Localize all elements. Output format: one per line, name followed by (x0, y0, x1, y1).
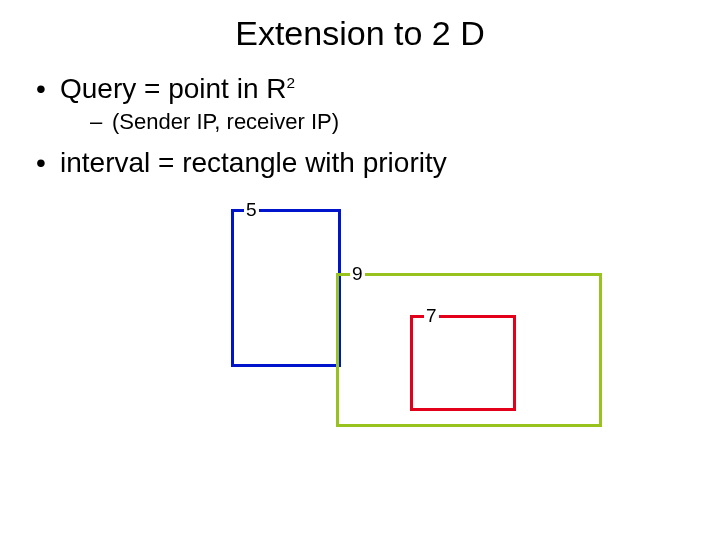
rectangle-red (410, 315, 516, 411)
bullet-item: • Query = point in R2 (36, 73, 720, 105)
bullet-item: • interval = rectangle with priority (36, 147, 720, 179)
slide-title: Extension to 2 D (0, 0, 720, 53)
sub-bullet-marker: – (90, 109, 112, 135)
priority-label-red: 7 (424, 306, 439, 325)
bullet-marker: • (36, 73, 60, 105)
bullet-superscript: 2 (286, 74, 295, 91)
bullet-text-pre: Query = point in R (60, 73, 286, 104)
priority-label-green: 9 (350, 264, 365, 283)
bullet-text: Query = point in R2 (60, 73, 295, 105)
slide-body: • Query = point in R2 – (Sender IP, rece… (0, 53, 720, 457)
rectangle-blue (231, 209, 341, 367)
priority-label-blue: 5 (244, 200, 259, 219)
diagram-area: 5 9 7 (36, 197, 720, 457)
bullet-text: interval = rectangle with priority (60, 147, 447, 179)
sub-bullet-item: – (Sender IP, receiver IP) (36, 109, 720, 135)
bullet-marker: • (36, 147, 60, 179)
sub-bullet-text: (Sender IP, receiver IP) (112, 109, 339, 135)
